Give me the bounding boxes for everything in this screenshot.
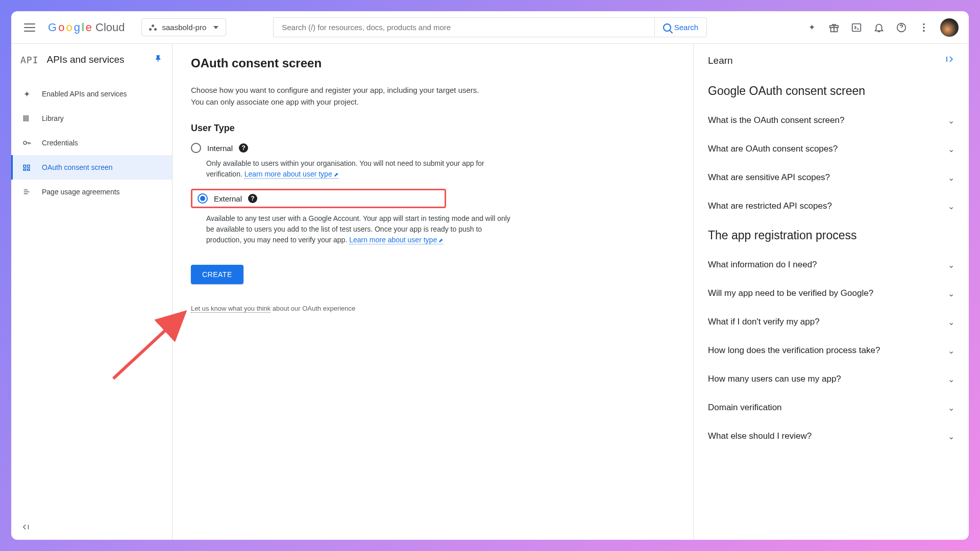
learn-title: Learn bbox=[708, 55, 733, 66]
chevron-down-icon: ⌄ bbox=[948, 432, 954, 441]
project-name: saasbold-pro bbox=[162, 23, 207, 32]
chevron-down-icon: ⌄ bbox=[948, 173, 954, 183]
feedback-link[interactable]: Let us know what you think bbox=[191, 305, 271, 313]
sidebar-collapse-button[interactable] bbox=[11, 516, 172, 540]
help-icon[interactable] bbox=[895, 21, 908, 34]
svg-point-10 bbox=[23, 141, 27, 144]
chevron-down-icon: ⌄ bbox=[948, 144, 954, 154]
page-title: OAuth consent screen bbox=[191, 56, 675, 70]
radio-external[interactable] bbox=[198, 193, 208, 204]
sidebar-item-credentials[interactable]: Credentials bbox=[11, 131, 172, 155]
chevron-down-icon: ⌄ bbox=[948, 202, 954, 211]
cloud-shell-icon[interactable] bbox=[850, 21, 863, 34]
svg-rect-8 bbox=[26, 115, 27, 121]
feedback-text: Let us know what you think about our OAu… bbox=[191, 305, 675, 312]
external-highlight: External ? bbox=[191, 189, 446, 208]
create-button[interactable]: CREATE bbox=[191, 265, 243, 284]
user-avatar[interactable] bbox=[940, 18, 959, 37]
sidebar-title: APIs and services bbox=[47, 54, 146, 65]
sidebar-item-page-usage[interactable]: Page usage agreements bbox=[11, 180, 172, 204]
accordion-item[interactable]: Domain verification ⌄ bbox=[708, 393, 954, 422]
more-icon[interactable] bbox=[918, 21, 930, 34]
search-icon bbox=[663, 23, 671, 32]
svg-point-5 bbox=[923, 27, 925, 29]
pin-icon[interactable] bbox=[155, 55, 163, 65]
library-icon bbox=[21, 113, 32, 123]
svg-rect-12 bbox=[28, 165, 30, 168]
top-header: Google Cloud saasbold-pro Search ✦ bbox=[11, 11, 969, 44]
chevron-down-icon: ⌄ bbox=[948, 116, 954, 126]
internal-description: Only available to users within your orga… bbox=[206, 158, 512, 180]
learn-more-internal-link[interactable]: Learn more about user type⬈ bbox=[244, 170, 338, 179]
svg-point-6 bbox=[923, 30, 925, 32]
chevron-down-icon bbox=[213, 26, 218, 29]
svg-rect-14 bbox=[28, 169, 30, 170]
search-input[interactable] bbox=[273, 17, 654, 37]
agreements-icon bbox=[21, 187, 32, 197]
accordion-item[interactable]: What information do I need? ⌄ bbox=[708, 251, 954, 279]
accordion-item[interactable]: What is the OAuth consent screen? ⌄ bbox=[708, 106, 954, 135]
panel-collapse-button[interactable] bbox=[944, 54, 954, 67]
user-type-heading: User Type bbox=[191, 123, 675, 134]
radio-external-label: External bbox=[214, 194, 242, 203]
hamburger-icon bbox=[24, 23, 35, 32]
gemini-icon[interactable]: ✦ bbox=[805, 21, 818, 34]
chevron-down-icon: ⌄ bbox=[948, 374, 954, 384]
chevron-down-icon: ⌄ bbox=[948, 317, 954, 327]
external-link-icon: ⬈ bbox=[438, 237, 443, 243]
external-description: Available to any test user with a Google… bbox=[206, 213, 512, 245]
accordion-item[interactable]: Will my app need to be verified by Googl… bbox=[708, 279, 954, 308]
accordion-item[interactable]: What are restricted API scopes? ⌄ bbox=[708, 192, 954, 220]
chevron-down-icon: ⌄ bbox=[948, 346, 954, 356]
radio-internal-label: Internal bbox=[207, 144, 233, 153]
sidebar-item-enabled-apis[interactable]: ✦ Enabled APIs and services bbox=[11, 82, 172, 106]
svg-rect-7 bbox=[23, 115, 24, 121]
chevron-down-icon: ⌄ bbox=[948, 260, 954, 270]
learn-section-1: Google OAuth consent screen bbox=[708, 84, 954, 98]
svg-rect-13 bbox=[23, 169, 26, 170]
chevron-down-icon: ⌄ bbox=[948, 289, 954, 298]
learn-section-2: The app registration process bbox=[708, 229, 954, 242]
search-button[interactable]: Search bbox=[654, 17, 707, 37]
external-link-icon: ⬈ bbox=[334, 171, 338, 178]
enabled-apis-icon: ✦ bbox=[21, 89, 32, 99]
svg-point-4 bbox=[923, 23, 925, 25]
radio-internal-row: Internal ? bbox=[191, 143, 675, 153]
hamburger-menu-button[interactable] bbox=[17, 15, 42, 40]
consent-icon bbox=[21, 162, 32, 172]
radio-internal[interactable] bbox=[191, 143, 201, 153]
svg-rect-11 bbox=[23, 165, 26, 168]
sidebar-item-library[interactable]: Library bbox=[11, 106, 172, 131]
accordion-item[interactable]: What if I don't verify my app? ⌄ bbox=[708, 308, 954, 336]
help-icon[interactable]: ? bbox=[248, 194, 257, 203]
help-icon[interactable]: ? bbox=[239, 143, 248, 153]
accordion-item[interactable]: What are sensitive API scopes? ⌄ bbox=[708, 163, 954, 192]
accordion-item[interactable]: What else should I review? ⌄ bbox=[708, 422, 954, 450]
project-icon bbox=[149, 24, 157, 31]
svg-rect-9 bbox=[28, 115, 29, 121]
project-selector[interactable]: saasbold-pro bbox=[141, 18, 227, 36]
search-bar: Search bbox=[273, 17, 707, 37]
accordion-item[interactable]: How long does the verification process t… bbox=[708, 336, 954, 365]
main-content: OAuth consent screen Choose how you want… bbox=[173, 44, 693, 540]
notifications-icon[interactable] bbox=[873, 21, 885, 34]
google-cloud-logo[interactable]: Google Cloud bbox=[48, 21, 125, 34]
learn-panel: Learn Google OAuth consent screen What i… bbox=[693, 44, 969, 540]
accordion-item[interactable]: What are OAuth consent scopes? ⌄ bbox=[708, 135, 954, 163]
intro-text: Choose how you want to configure and reg… bbox=[191, 85, 492, 108]
sidebar: API APIs and services ✦ Enabled APIs and… bbox=[11, 44, 173, 540]
sidebar-item-oauth-consent[interactable]: OAuth consent screen bbox=[11, 155, 172, 180]
gift-icon[interactable] bbox=[828, 21, 840, 34]
chevron-down-icon: ⌄ bbox=[948, 403, 954, 413]
header-actions: ✦ bbox=[805, 18, 963, 37]
key-icon bbox=[21, 138, 32, 148]
api-badge: API bbox=[20, 55, 39, 65]
accordion-item[interactable]: How many users can use my app? ⌄ bbox=[708, 365, 954, 393]
learn-more-external-link[interactable]: Learn more about user type⬈ bbox=[349, 236, 443, 244]
sidebar-header: API APIs and services bbox=[11, 44, 172, 76]
